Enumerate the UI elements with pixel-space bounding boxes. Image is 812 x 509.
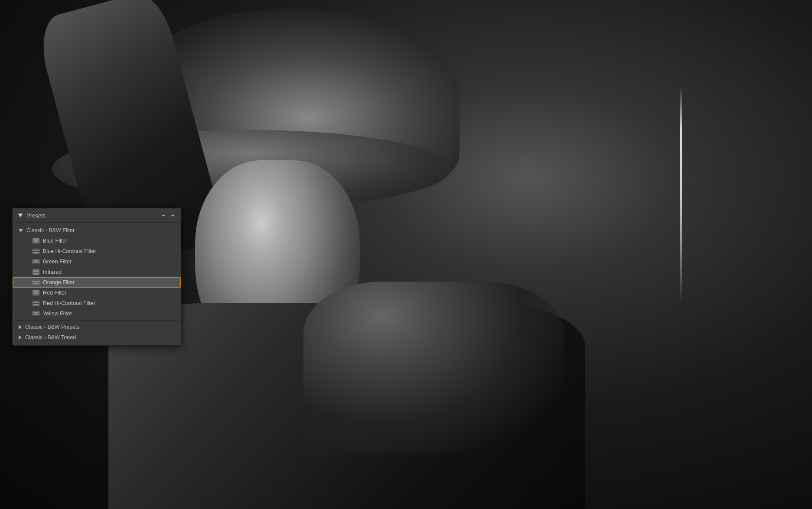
preset-item-red-hi-contrast[interactable]: Red Hi-Contrast Filter [13, 298, 181, 308]
preset-item-green-filter[interactable]: Green Filter [13, 256, 181, 267]
add-preset-button[interactable]: + [170, 212, 176, 219]
preset-item-infrared[interactable]: Infrared [13, 267, 181, 277]
jacket-highlight [303, 282, 564, 455]
group-label-classic-bw-toned: Classic - B&W Toned [25, 334, 76, 340]
preset-item-blue-filter[interactable]: Blue Filter [13, 236, 181, 246]
presets-panel: Presets − + Classic - B&W Filter Blue Fi… [12, 208, 181, 346]
preset-icon-yellow-filter [33, 311, 39, 316]
edge-highlight [680, 87, 682, 303]
group-classic-bw-filter[interactable]: Classic - B&W Filter [13, 225, 181, 236]
preset-icon-blue-filter [33, 238, 39, 243]
presets-header-left: Presets [18, 212, 46, 219]
divider-1 [13, 320, 181, 321]
presets-header-right: − + [161, 212, 176, 219]
preset-label-blue-hi-contrast: Blue Hi-Contrast Filter [43, 248, 96, 254]
preset-item-red-filter[interactable]: Red Filter [13, 288, 181, 298]
group-collapsed-icon-toned [19, 335, 22, 340]
preset-icon-red-hi-contrast [33, 301, 39, 306]
presets-header: Presets − + [13, 208, 181, 223]
preset-label-green-filter: Green Filter [43, 259, 72, 265]
preset-item-yellow-filter[interactable]: Yellow Filter [13, 308, 181, 319]
preset-icon-blue-hi-contrast [33, 249, 39, 254]
collapse-arrow-icon[interactable] [18, 214, 23, 217]
group-classic-bw-presets[interactable]: Classic - B&W Presets [13, 322, 181, 332]
remove-preset-button[interactable]: − [161, 212, 166, 219]
preset-label-infrared: Infrared [43, 269, 62, 275]
preset-label-orange-filter: Orange Filter [43, 279, 75, 285]
presets-body: Classic - B&W Filter Blue Filter Blue Hi… [13, 223, 181, 345]
preset-label-blue-filter: Blue Filter [43, 238, 67, 244]
preset-icon-green-filter [33, 259, 39, 264]
preset-icon-orange-filter [33, 280, 39, 285]
preset-item-blue-hi-contrast[interactable]: Blue Hi-Contrast Filter [13, 246, 181, 256]
preset-label-red-filter: Red Filter [43, 290, 66, 296]
preset-label-red-hi-contrast: Red Hi-Contrast Filter [43, 300, 95, 306]
group-label-classic-bw-filter: Classic - B&W Filter [26, 227, 75, 233]
preset-icon-infrared [33, 269, 39, 275]
group-classic-bw-toned[interactable]: Classic - B&W Toned [13, 332, 181, 343]
group-collapsed-icon-presets [19, 325, 22, 329]
presets-title: Presets [26, 212, 46, 219]
preset-label-yellow-filter: Yellow Filter [43, 311, 72, 317]
group-label-classic-bw-presets: Classic - B&W Presets [25, 324, 80, 330]
group-expand-icon [19, 229, 23, 232]
preset-item-orange-filter[interactable]: Orange Filter [13, 277, 181, 288]
preset-icon-red-filter [33, 290, 39, 295]
